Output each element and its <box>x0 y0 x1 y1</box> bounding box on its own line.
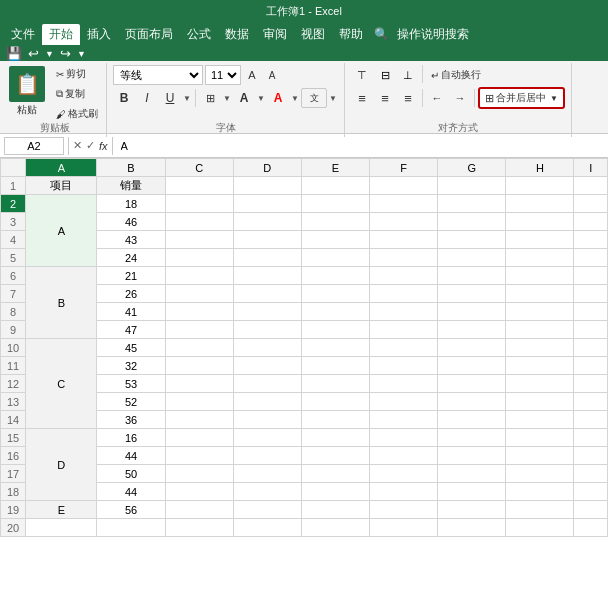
confirm-formula-icon[interactable]: ✓ <box>86 139 95 152</box>
font-name-select[interactable]: 等线 <box>113 65 203 85</box>
menu-item-review[interactable]: 审阅 <box>256 24 294 45</box>
ribbon: 💾 ↩ ▼ ↪ ▼ 📋 粘贴 ✂ 剪切 ⧉ <box>0 46 608 134</box>
cell-f1[interactable] <box>370 177 438 195</box>
fill-color-dropdown[interactable]: ▼ <box>256 88 266 108</box>
cell-b13[interactable]: 52 <box>97 393 165 411</box>
menu-item-view[interactable]: 视图 <box>294 24 332 45</box>
wrap-text-button[interactable]: ↵ 自动换行 <box>426 65 486 85</box>
menu-item-file[interactable]: 文件 <box>4 24 42 45</box>
menu-item-insert[interactable]: 插入 <box>80 24 118 45</box>
cell-b19[interactable]: 56 <box>97 501 165 519</box>
quick-access-more-icon[interactable]: ▼ <box>77 49 86 59</box>
col-header-e[interactable]: E <box>301 159 369 177</box>
cell-b5[interactable]: 24 <box>97 249 165 267</box>
bold-button[interactable]: B <box>113 88 135 108</box>
col-header-i[interactable]: I <box>574 159 608 177</box>
merge-dropdown-icon[interactable]: ▼ <box>550 94 558 103</box>
col-header-b[interactable]: B <box>97 159 165 177</box>
undo-dropdown-icon[interactable]: ▼ <box>45 49 54 59</box>
paste-button[interactable]: 📋 粘贴 <box>4 63 50 120</box>
cell-b1[interactable]: 销量 <box>97 177 165 195</box>
wencai-dropdown[interactable]: ▼ <box>328 88 338 108</box>
redo-icon[interactable]: ↪ <box>60 46 71 61</box>
col-header-a[interactable]: A <box>26 159 97 177</box>
font-color-dropdown[interactable]: ▼ <box>290 88 300 108</box>
cell-a15-merged[interactable]: D <box>26 429 97 501</box>
border-button[interactable]: ⊞ <box>199 88 221 108</box>
cut-button[interactable]: ✂ 剪切 <box>52 65 102 83</box>
underline-button[interactable]: U <box>159 88 181 108</box>
cell-b14[interactable]: 36 <box>97 411 165 429</box>
cell-b10[interactable]: 45 <box>97 339 165 357</box>
menu-item-help[interactable]: 帮助 <box>332 24 370 45</box>
save-icon[interactable]: 💾 <box>6 46 22 61</box>
cell-h1[interactable] <box>506 177 574 195</box>
col-header-g[interactable]: G <box>438 159 506 177</box>
cell-c1[interactable] <box>165 177 233 195</box>
left-align-button[interactable]: ≡ <box>351 88 373 108</box>
cell-e1[interactable] <box>301 177 369 195</box>
font-color-button[interactable]: A <box>267 88 289 108</box>
col-header-f[interactable]: F <box>370 159 438 177</box>
cell-d1[interactable] <box>233 177 301 195</box>
table-row: 15 D 16 <box>1 429 608 447</box>
cell-a6-merged[interactable]: B <box>26 267 97 339</box>
cell-a2-merged[interactable]: A <box>26 195 97 267</box>
cancel-formula-icon[interactable]: ✕ <box>73 139 82 152</box>
formula-input[interactable] <box>117 137 604 155</box>
menu-item-search[interactable]: 操作说明搜索 <box>393 24 473 45</box>
increase-indent-button[interactable]: → <box>449 88 471 108</box>
cell-a19[interactable]: E <box>26 501 97 519</box>
cell-i1[interactable] <box>574 177 608 195</box>
middle-align-button[interactable]: ⊟ <box>374 65 396 85</box>
copy-button[interactable]: ⧉ 复制 <box>52 85 102 103</box>
decrease-font-button[interactable]: A <box>263 66 281 84</box>
cell-reference-input[interactable]: A2 <box>4 137 64 155</box>
cell-b2[interactable]: 18 <box>97 195 165 213</box>
table-row: 19 E 56 <box>1 501 608 519</box>
cell-b8[interactable]: 41 <box>97 303 165 321</box>
menu-item-formula[interactable]: 公式 <box>180 24 218 45</box>
underline-dropdown[interactable]: ▼ <box>182 88 192 108</box>
ribbon-content: 📋 粘贴 ✂ 剪切 ⧉ 复制 🖌 格式刷 <box>0 61 608 137</box>
cell-a1[interactable]: 项目 <box>26 177 97 195</box>
fill-color-button[interactable]: A <box>233 88 255 108</box>
wencai-button[interactable]: 文 <box>301 88 327 108</box>
bottom-align-button[interactable]: ⊥ <box>397 65 419 85</box>
undo-icon[interactable]: ↩ <box>28 46 39 61</box>
italic-button[interactable]: I <box>136 88 158 108</box>
cell-a10-merged[interactable]: C <box>26 339 97 429</box>
col-header-d[interactable]: D <box>233 159 301 177</box>
cell-b18[interactable]: 44 <box>97 483 165 501</box>
menu-item-layout[interactable]: 页面布局 <box>118 24 180 45</box>
cell-b6[interactable]: 21 <box>97 267 165 285</box>
font-size-select[interactable]: 11 <box>205 65 241 85</box>
cell-b7[interactable]: 26 <box>97 285 165 303</box>
cell-b4[interactable]: 43 <box>97 231 165 249</box>
function-icon[interactable]: fx <box>99 140 108 152</box>
cell-b3[interactable]: 46 <box>97 213 165 231</box>
cell-b9[interactable]: 47 <box>97 321 165 339</box>
row-header-16: 16 <box>1 447 26 465</box>
menu-item-home[interactable]: 开始 <box>42 24 80 45</box>
menu-item-data[interactable]: 数据 <box>218 24 256 45</box>
cell-g1[interactable] <box>438 177 506 195</box>
corner-cell <box>1 159 26 177</box>
right-align-button[interactable]: ≡ <box>397 88 419 108</box>
row-header-18: 18 <box>1 483 26 501</box>
cell-b17[interactable]: 50 <box>97 465 165 483</box>
border-dropdown[interactable]: ▼ <box>222 88 232 108</box>
cell-b11[interactable]: 32 <box>97 357 165 375</box>
col-header-h[interactable]: H <box>506 159 574 177</box>
merge-button[interactable]: ⊞ 合并后居中 ▼ <box>478 87 565 109</box>
row-header-13: 13 <box>1 393 26 411</box>
decrease-indent-button[interactable]: ← <box>426 88 448 108</box>
cell-b15[interactable]: 16 <box>97 429 165 447</box>
increase-font-button[interactable]: A <box>243 66 261 84</box>
center-align-button[interactable]: ≡ <box>374 88 396 108</box>
cell-b16[interactable]: 44 <box>97 447 165 465</box>
col-header-c[interactable]: C <box>165 159 233 177</box>
paste-label: 粘贴 <box>17 103 37 117</box>
cell-b12[interactable]: 53 <box>97 375 165 393</box>
top-align-button[interactable]: ⊤ <box>351 65 373 85</box>
